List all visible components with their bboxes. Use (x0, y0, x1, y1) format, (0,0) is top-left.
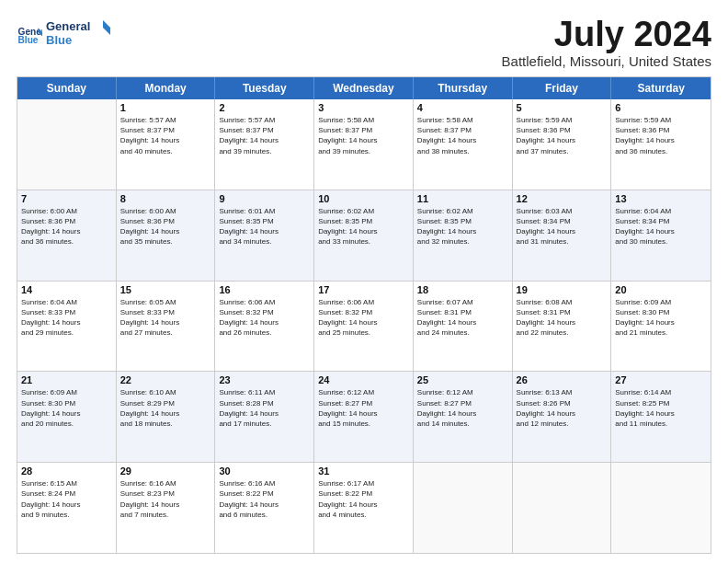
day-number: 11 (417, 193, 508, 204)
calendar-cell: 4Sunrise: 5:58 AMSunset: 8:37 PMDaylight… (414, 99, 513, 190)
day-number: 5 (517, 102, 608, 113)
day-number: 19 (517, 284, 608, 295)
cell-details: Sunrise: 6:04 AMSunset: 8:34 PMDaylight:… (615, 206, 707, 247)
calendar-body: 1Sunrise: 5:57 AMSunset: 8:37 PMDaylight… (17, 99, 711, 553)
cell-details: Sunrise: 6:00 AMSunset: 8:36 PMDaylight:… (120, 206, 211, 247)
calendar-cell: 18Sunrise: 6:07 AMSunset: 8:31 PMDayligh… (414, 282, 513, 372)
header-day-thursday: Thursday (414, 77, 513, 99)
calendar-cell: 5Sunrise: 5:59 AMSunset: 8:36 PMDaylight… (513, 99, 612, 190)
logo-icon: General Blue (17, 22, 42, 48)
calendar-cell: 6Sunrise: 5:59 AMSunset: 8:36 PMDaylight… (611, 99, 711, 190)
calendar-cell: 21Sunrise: 6:09 AMSunset: 8:30 PMDayligh… (17, 372, 117, 462)
day-number: 21 (21, 374, 112, 385)
day-number: 3 (318, 102, 409, 113)
day-number: 12 (517, 193, 608, 204)
cell-details: Sunrise: 6:00 AMSunset: 8:36 PMDaylight:… (21, 206, 112, 247)
svg-text:Blue: Blue (18, 35, 39, 45)
day-number: 1 (120, 102, 211, 113)
header-day-sunday: Sunday (17, 77, 117, 99)
calendar-cell: 12Sunrise: 6:03 AMSunset: 8:34 PMDayligh… (513, 190, 612, 281)
day-number: 26 (517, 374, 608, 385)
calendar-cell: 7Sunrise: 6:00 AMSunset: 8:36 PMDaylight… (17, 190, 117, 281)
cell-details: Sunrise: 6:06 AMSunset: 8:32 PMDaylight:… (219, 297, 310, 339)
cell-details: Sunrise: 6:09 AMSunset: 8:30 PMDaylight:… (21, 387, 112, 429)
day-number: 9 (219, 193, 310, 204)
calendar-cell: 2Sunrise: 5:57 AMSunset: 8:37 PMDaylight… (215, 99, 314, 190)
calendar-cell: 9Sunrise: 6:01 AMSunset: 8:35 PMDaylight… (215, 190, 314, 281)
day-number: 31 (318, 465, 409, 477)
calendar-cell: 24Sunrise: 6:12 AMSunset: 8:27 PMDayligh… (314, 372, 414, 462)
header-day-monday: Monday (117, 77, 216, 99)
calendar-cell: 19Sunrise: 6:08 AMSunset: 8:31 PMDayligh… (513, 282, 612, 372)
calendar-header: SundayMondayTuesdayWednesdayThursdayFrid… (17, 77, 711, 99)
calendar-cell (17, 99, 117, 190)
header-day-wednesday: Wednesday (314, 77, 414, 99)
calendar-cell: 11Sunrise: 6:02 AMSunset: 8:35 PMDayligh… (414, 190, 513, 281)
calendar-cell (611, 463, 711, 553)
page: General Blue General Blue July 2024 Batt… (0, 0, 728, 563)
calendar: SundayMondayTuesdayWednesdayThursdayFrid… (17, 76, 711, 554)
calendar-cell: 10Sunrise: 6:02 AMSunset: 8:35 PMDayligh… (314, 190, 414, 281)
day-number: 4 (417, 102, 508, 113)
cell-details: Sunrise: 6:16 AMSunset: 8:23 PMDaylight:… (120, 478, 211, 520)
day-number: 2 (219, 102, 310, 113)
cell-details: Sunrise: 6:03 AMSunset: 8:34 PMDaylight:… (517, 206, 608, 247)
day-number: 8 (120, 193, 211, 204)
cell-details: Sunrise: 6:17 AMSunset: 8:22 PMDaylight:… (318, 478, 409, 520)
cell-details: Sunrise: 6:08 AMSunset: 8:31 PMDaylight:… (517, 297, 608, 339)
header-day-saturday: Saturday (611, 77, 711, 99)
cell-details: Sunrise: 6:13 AMSunset: 8:26 PMDaylight:… (517, 387, 608, 429)
logo-svg: General Blue (46, 17, 110, 50)
day-number: 15 (120, 284, 211, 295)
day-number: 10 (318, 193, 409, 204)
day-number: 13 (615, 193, 707, 204)
calendar-cell: 14Sunrise: 6:04 AMSunset: 8:33 PMDayligh… (17, 282, 117, 372)
cell-details: Sunrise: 5:58 AMSunset: 8:37 PMDaylight:… (417, 115, 508, 156)
calendar-cell: 8Sunrise: 6:00 AMSunset: 8:36 PMDaylight… (117, 190, 216, 281)
svg-text:General: General (46, 19, 90, 33)
day-number: 27 (615, 374, 707, 385)
day-number: 20 (615, 284, 707, 295)
calendar-cell: 17Sunrise: 6:06 AMSunset: 8:32 PMDayligh… (314, 282, 414, 372)
calendar-cell: 15Sunrise: 6:05 AMSunset: 8:33 PMDayligh… (117, 282, 216, 372)
header-day-friday: Friday (513, 77, 612, 99)
cell-details: Sunrise: 6:11 AMSunset: 8:28 PMDaylight:… (219, 387, 310, 429)
day-number: 28 (21, 465, 112, 477)
calendar-cell: 13Sunrise: 6:04 AMSunset: 8:34 PMDayligh… (611, 190, 711, 281)
day-number: 6 (615, 102, 707, 113)
cell-details: Sunrise: 6:09 AMSunset: 8:30 PMDaylight:… (615, 297, 707, 339)
calendar-row-5: 28Sunrise: 6:15 AMSunset: 8:24 PMDayligh… (17, 463, 711, 553)
logo: General Blue General Blue (17, 17, 110, 53)
cell-details: Sunrise: 6:01 AMSunset: 8:35 PMDaylight:… (219, 206, 310, 247)
header: General Blue General Blue July 2024 Batt… (17, 17, 711, 69)
cell-details: Sunrise: 6:02 AMSunset: 8:35 PMDaylight:… (318, 206, 409, 247)
header-day-tuesday: Tuesday (215, 77, 314, 99)
cell-details: Sunrise: 6:16 AMSunset: 8:22 PMDaylight:… (219, 478, 310, 520)
cell-details: Sunrise: 6:05 AMSunset: 8:33 PMDaylight:… (120, 297, 211, 339)
calendar-cell: 3Sunrise: 5:58 AMSunset: 8:37 PMDaylight… (314, 99, 414, 190)
cell-details: Sunrise: 6:12 AMSunset: 8:27 PMDaylight:… (417, 387, 508, 429)
calendar-row-2: 7Sunrise: 6:00 AMSunset: 8:36 PMDaylight… (17, 190, 711, 282)
cell-details: Sunrise: 6:07 AMSunset: 8:31 PMDaylight:… (417, 297, 508, 339)
calendar-cell: 31Sunrise: 6:17 AMSunset: 8:22 PMDayligh… (314, 463, 414, 553)
cell-details: Sunrise: 5:57 AMSunset: 8:37 PMDaylight:… (219, 115, 310, 156)
calendar-cell (513, 463, 612, 553)
day-number: 24 (318, 374, 409, 385)
svg-marker-7 (103, 28, 110, 35)
calendar-cell: 22Sunrise: 6:10 AMSunset: 8:29 PMDayligh… (117, 372, 216, 462)
calendar-cell: 16Sunrise: 6:06 AMSunset: 8:32 PMDayligh… (215, 282, 314, 372)
day-number: 7 (21, 193, 112, 204)
calendar-cell: 30Sunrise: 6:16 AMSunset: 8:22 PMDayligh… (215, 463, 314, 553)
calendar-row-3: 14Sunrise: 6:04 AMSunset: 8:33 PMDayligh… (17, 282, 711, 373)
day-number: 14 (21, 284, 112, 295)
day-number: 16 (219, 284, 310, 295)
calendar-row-1: 1Sunrise: 5:57 AMSunset: 8:37 PMDaylight… (17, 99, 711, 190)
calendar-cell (414, 463, 513, 553)
title-block: July 2024 Battlefield, Missouri, United … (502, 17, 711, 69)
cell-details: Sunrise: 5:59 AMSunset: 8:36 PMDaylight:… (615, 115, 707, 156)
day-number: 23 (219, 374, 310, 385)
cell-details: Sunrise: 5:59 AMSunset: 8:36 PMDaylight:… (517, 115, 608, 156)
cell-details: Sunrise: 6:10 AMSunset: 8:29 PMDaylight:… (120, 387, 211, 429)
calendar-cell: 28Sunrise: 6:15 AMSunset: 8:24 PMDayligh… (17, 463, 117, 553)
cell-details: Sunrise: 6:06 AMSunset: 8:32 PMDaylight:… (318, 297, 409, 339)
